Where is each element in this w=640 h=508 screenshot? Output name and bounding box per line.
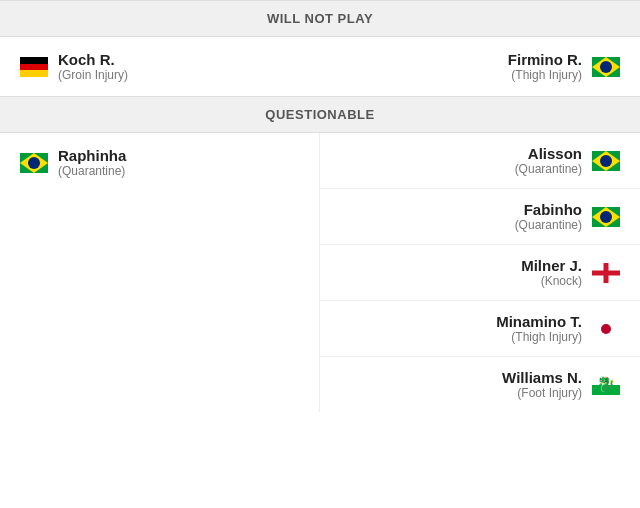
- right-player-will-not-play: Firmino R. (Thigh Injury): [320, 51, 620, 82]
- player-injury: (Quarantine): [515, 218, 582, 232]
- wales-flag-icon: 🐉: [592, 375, 620, 395]
- player-name: Milner J.: [521, 257, 582, 274]
- player-name: Williams N.: [502, 369, 582, 386]
- germany-flag-icon: [20, 57, 48, 77]
- player-injury: (Quarantine): [515, 162, 582, 176]
- player-injury: (Thigh Injury): [496, 330, 582, 344]
- player-injury: (Groin Injury): [58, 68, 128, 82]
- england-flag-icon: [592, 263, 620, 283]
- player-name: Raphinha: [58, 147, 126, 164]
- raphinha-entry: Raphinha (Quarantine): [20, 147, 299, 178]
- milner-entry: Milner J. (Knock): [320, 245, 640, 301]
- player-injury: (Thigh Injury): [508, 68, 582, 82]
- brazil-flag-icon: [20, 153, 48, 173]
- alisson-entry: Alisson (Quarantine): [320, 133, 640, 189]
- player-injury: (Quarantine): [58, 164, 126, 178]
- brazil-flag-icon: [592, 151, 620, 171]
- player-info: Fabinho (Quarantine): [515, 201, 582, 232]
- player-injury: (Knock): [521, 274, 582, 288]
- player-info: Raphinha (Quarantine): [58, 147, 126, 178]
- brazil-flag-icon: [592, 57, 620, 77]
- minamino-entry: Minamino T. (Thigh Injury): [320, 301, 640, 357]
- will-not-play-header: WILL NOT PLAY: [0, 0, 640, 37]
- player-name: Minamino T.: [496, 313, 582, 330]
- player-info: Alisson (Quarantine): [515, 145, 582, 176]
- japan-flag-icon: [592, 319, 620, 339]
- brazil-flag-icon: [592, 207, 620, 227]
- player-injury: (Foot Injury): [502, 386, 582, 400]
- questionable-left-col: Raphinha (Quarantine): [0, 133, 320, 412]
- player-info: Minamino T. (Thigh Injury): [496, 313, 582, 344]
- williams-entry: Williams N. (Foot Injury) 🐉: [320, 357, 640, 412]
- player-info: Williams N. (Foot Injury): [502, 369, 582, 400]
- player-name: Koch R.: [58, 51, 128, 68]
- questionable-rows: Raphinha (Quarantine) Alisson (Quarantin…: [0, 133, 640, 412]
- fabinho-entry: Fabinho (Quarantine): [320, 189, 640, 245]
- questionable-header: QUESTIONABLE: [0, 96, 640, 133]
- player-info: Koch R. (Groin Injury): [58, 51, 128, 82]
- player-name: Fabinho: [515, 201, 582, 218]
- player-name: Firmino R.: [508, 51, 582, 68]
- left-player-will-not-play: Koch R. (Groin Injury): [20, 51, 320, 82]
- questionable-right-col: Alisson (Quarantine) Fabinho (Quarantine…: [320, 133, 640, 412]
- player-info: Milner J. (Knock): [521, 257, 582, 288]
- player-name: Alisson: [515, 145, 582, 162]
- will-not-play-row: Koch R. (Groin Injury) Firmino R. (Thigh…: [0, 37, 640, 96]
- player-info: Firmino R. (Thigh Injury): [508, 51, 582, 82]
